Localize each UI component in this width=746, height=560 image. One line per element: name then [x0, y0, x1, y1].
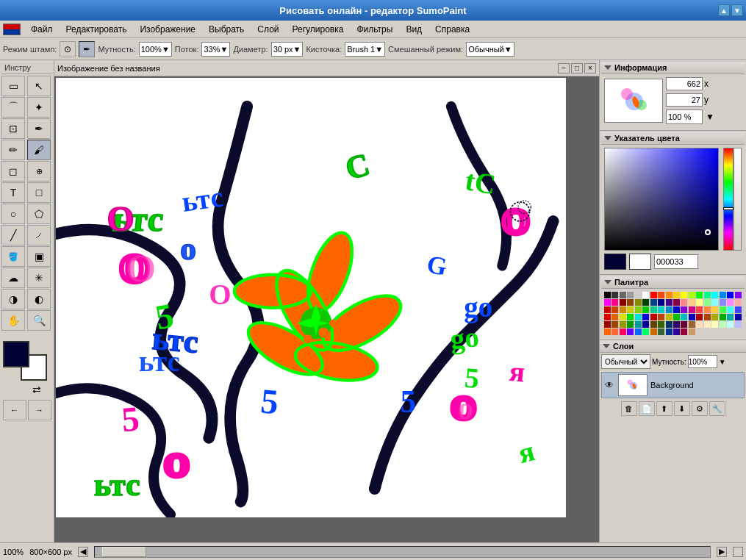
tool-line[interactable]: ╱ [1, 225, 25, 245]
palette-color-cell[interactable] [704, 299, 711, 306]
alpha-slider[interactable] [734, 148, 742, 251]
palette-color-cell[interactable] [635, 306, 642, 313]
palette-color-cell[interactable] [727, 314, 734, 320]
scroll-up-btn[interactable]: ▲ [718, 4, 730, 16]
stamp-icon-2[interactable]: ✒ [79, 41, 95, 57]
palette-color-cell[interactable] [604, 306, 611, 313]
tool-arrow[interactable]: ↖ [27, 76, 51, 96]
tool-burn[interactable]: ◐ [27, 289, 51, 309]
palette-color-cell[interactable] [696, 292, 703, 298]
palette-color-cell[interactable] [666, 314, 673, 320]
palette-color-cell[interactable] [635, 329, 642, 335]
palette-color-cell[interactable] [658, 306, 664, 313]
palette-color-cell[interactable] [704, 306, 711, 313]
palette-color-cell[interactable] [720, 314, 726, 320]
palette-color-cell[interactable] [650, 292, 657, 298]
stamp-icon-1[interactable]: ⊙ [60, 41, 76, 57]
palette-color-cell[interactable] [642, 329, 649, 335]
palette-color-cell[interactable] [696, 321, 703, 328]
layer-visibility-btn[interactable]: 👁 [603, 379, 615, 391]
tool-ellipse[interactable]: ○ [1, 204, 25, 224]
canvas-viewport[interactable]: ьтс О о С tC О О О О [54, 76, 599, 542]
language-flag[interactable] [3, 24, 21, 35]
tool-zoom[interactable]: 🔍 [27, 310, 51, 331]
opacity-dropdown[interactable]: 100%▼ [139, 42, 172, 57]
palette-color-cell[interactable] [635, 321, 642, 328]
palette-color-cell[interactable] [673, 321, 680, 328]
palette-color-cell[interactable] [611, 321, 618, 328]
menu-layer[interactable]: Слой [251, 23, 284, 36]
palette-color-cell[interactable] [704, 292, 711, 298]
tool-rect[interactable]: □ [27, 182, 51, 203]
palette-color-cell[interactable] [711, 299, 718, 306]
palette-color-cell[interactable] [627, 314, 634, 320]
palette-color-cell[interactable] [735, 292, 742, 298]
palette-color-cell[interactable] [620, 329, 626, 335]
palette-color-cell[interactable] [727, 292, 734, 298]
palette-color-cell[interactable] [650, 321, 657, 328]
menu-view[interactable]: Вид [400, 23, 428, 36]
scroll-left-btn[interactable]: ◀ [78, 547, 88, 557]
palette-color-cell[interactable] [704, 321, 711, 328]
opacity-dropdown-btn[interactable]: ▼ [719, 358, 726, 366]
palette-color-cell[interactable] [666, 321, 673, 328]
palette-color-cell[interactable] [635, 292, 642, 298]
palette-color-cell[interactable] [611, 292, 618, 298]
menu-edit[interactable]: Редактировать [60, 23, 133, 36]
palette-color-cell[interactable] [689, 321, 695, 328]
tool-dodge[interactable]: ◑ [1, 289, 25, 309]
palette-color-cell[interactable] [696, 299, 703, 306]
canvas-close-btn[interactable]: × [584, 63, 596, 73]
tool-path[interactable]: ⟋ [27, 225, 51, 245]
tool-brush[interactable]: 🖌 [27, 140, 51, 160]
palette-color-cell[interactable] [611, 306, 618, 313]
scroll-down-btn[interactable]: ▼ [731, 4, 743, 16]
palette-color-cell[interactable] [611, 329, 618, 335]
palette-color-cell[interactable] [658, 292, 664, 298]
tool-hand[interactable]: ✋ [1, 310, 25, 331]
palette-color-cell[interactable] [627, 292, 634, 298]
horizontal-scroll-track[interactable] [94, 546, 711, 558]
palette-color-cell[interactable] [689, 299, 695, 306]
layer-item[interactable]: 👁 Background [601, 372, 745, 398]
layer-opacity-input[interactable] [688, 355, 717, 368]
palette-color-cell[interactable] [681, 321, 687, 328]
palette-color-cell[interactable] [642, 321, 649, 328]
palette-color-cell[interactable] [611, 299, 618, 306]
palette-color-cell[interactable] [642, 314, 649, 320]
palette-color-cell[interactable] [642, 299, 649, 306]
hex-input[interactable] [654, 254, 698, 269]
flow-dropdown[interactable]: 33%▼ [201, 42, 230, 57]
palette-color-cell[interactable] [727, 299, 734, 306]
fg-color-swatch[interactable] [604, 254, 626, 270]
x-input[interactable] [666, 77, 703, 90]
palette-color-cell[interactable] [689, 329, 695, 335]
palette-color-cell[interactable] [642, 292, 649, 298]
palette-color-cell[interactable] [620, 299, 626, 306]
palette-color-cell[interactable] [635, 314, 642, 320]
palette-color-cell[interactable] [604, 314, 611, 320]
palette-color-cell[interactable] [711, 306, 718, 313]
palette-color-cell[interactable] [673, 314, 680, 320]
palette-color-cell[interactable] [611, 314, 618, 320]
palette-color-cell[interactable] [627, 329, 634, 335]
palette-color-cell[interactable] [711, 292, 718, 298]
tool-gradient[interactable]: ▣ [27, 246, 51, 267]
layer-merge-btn[interactable]: 🔧 [709, 401, 725, 416]
tool-magic-wand[interactable]: ✦ [27, 97, 51, 118]
palette-color-cell[interactable] [711, 314, 718, 320]
brush-dropdown[interactable]: Brush 1▼ [345, 42, 385, 57]
tool-eraser[interactable]: ◻ [1, 161, 25, 182]
palette-color-cell[interactable] [635, 299, 642, 306]
palette-color-cell[interactable] [673, 306, 680, 313]
palette-color-cell[interactable] [696, 314, 703, 320]
palette-color-cell[interactable] [673, 292, 680, 298]
palette-color-cell[interactable] [620, 292, 626, 298]
zoom-dropdown[interactable]: 100 % [666, 110, 703, 124]
palette-color-cell[interactable] [720, 299, 726, 306]
y-input[interactable] [666, 93, 703, 107]
tool-pencil[interactable]: ✏ [1, 140, 25, 160]
layer-settings-btn[interactable]: ⚙ [692, 401, 708, 416]
canvas-restore-btn[interactable]: □ [571, 63, 583, 73]
palette-color-cell[interactable] [681, 314, 687, 320]
